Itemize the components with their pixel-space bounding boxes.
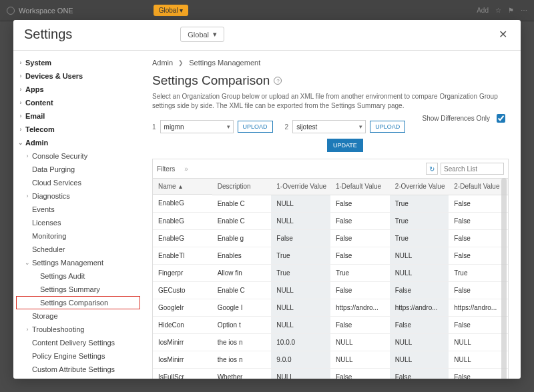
table-row[interactable]: IosMinirrthe ios n9.0.0NULLNULLNULL: [153, 351, 508, 368]
table-cell: False: [449, 247, 508, 264]
table-cell: False: [390, 281, 449, 299]
table-cell: IsFullScr: [153, 368, 212, 379]
table-cell: IosMinirr: [153, 333, 212, 351]
filters-label[interactable]: Filters: [157, 165, 175, 173]
sidebar-item-label: Admin: [25, 139, 48, 147]
sidebar-item-content-delivery-settings[interactable]: Content Delivery Settings: [16, 336, 140, 349]
table-cell: Allow fin: [212, 264, 272, 281]
org-scope-selector[interactable]: Global ▾: [180, 27, 224, 42]
sidebar-item-telecom[interactable]: ›Telecom: [16, 123, 140, 136]
upload-1-button[interactable]: UPLOAD: [238, 121, 273, 133]
sidebar-item-troubleshooting[interactable]: ›Troubleshooting: [16, 323, 140, 336]
table-cell: False: [449, 195, 508, 212]
table-row[interactable]: EnableTlEnablesTrueFalseNULLFalse: [153, 247, 508, 264]
table-cell: 9.0.0: [271, 351, 330, 368]
sidebar-item-label: Telecom: [25, 125, 55, 133]
bg-flag-icon[interactable]: ⚑: [508, 7, 514, 14]
table-cell: True: [390, 195, 449, 212]
sidebar-item-label: Settings Audit: [40, 272, 85, 280]
bg-more-icon[interactable]: ⋯: [521, 7, 527, 14]
sidebar-item-scheduler[interactable]: Scheduler: [16, 243, 140, 256]
table-cell: https://andro...: [330, 299, 390, 316]
sidebar-item-monitoring[interactable]: Monitoring: [16, 229, 140, 243]
sidebar-item-label: Monitoring: [32, 232, 66, 240]
picker-group-2: 2 sijotest UPLOAD: [285, 120, 406, 133]
vertical-scrollbar[interactable]: [501, 178, 507, 379]
sidebar-item-admin[interactable]: ⌄Admin: [16, 136, 140, 149]
table-cell: Enable g: [212, 229, 272, 247]
caret-icon: ›: [16, 59, 25, 66]
sidebar-item-storage[interactable]: Storage: [16, 309, 140, 323]
sidebar-item-settings-audit[interactable]: Settings Audit: [16, 269, 140, 283]
col-header[interactable]: 2-Default Value: [449, 179, 508, 195]
sidebar-item-data-purging[interactable]: Data Purging: [16, 163, 140, 176]
table-row[interactable]: EnableGEnable CNULLFalseTrueFalse: [153, 195, 508, 212]
close-icon[interactable]: ✕: [499, 28, 507, 41]
table-cell: False: [390, 316, 449, 333]
sidebar-item-settings-management[interactable]: ⌄Settings Management: [16, 256, 140, 269]
breadcrumb-item[interactable]: Admin: [152, 59, 173, 67]
show-differences-toggle[interactable]: Show Differences Only: [422, 112, 507, 125]
picker-2-select[interactable]: sijotest: [292, 120, 366, 133]
table-row[interactable]: EnableGEnable gFalseFalseTrueFalse: [153, 229, 508, 247]
table-row[interactable]: GECustoEnable CNULLFalseFalseFalse: [153, 281, 508, 299]
col-header[interactable]: Description: [212, 179, 272, 195]
table-cell: NULL: [271, 281, 330, 299]
sidebar-item-policy-engine-settings[interactable]: Policy Engine Settings: [16, 349, 140, 363]
grid-search-input[interactable]: [441, 163, 504, 175]
picker-2-label: 2: [285, 123, 289, 131]
table-row[interactable]: HideConOption tNULLFalseFalseFalse: [153, 316, 508, 333]
caret-icon: ›: [16, 113, 25, 119]
table-row[interactable]: IosMinirrthe ios n10.0.0NULLNULLNULL: [153, 333, 508, 351]
caret-icon: ›: [16, 73, 25, 79]
show-differences-checkbox[interactable]: [497, 114, 505, 123]
table-cell: True: [271, 264, 330, 281]
table-cell: NULL: [271, 299, 330, 316]
settings-content: Admin ❯ Settings Management Settings Com…: [140, 51, 521, 379]
sidebar-item-email[interactable]: ›Email: [16, 109, 140, 123]
sidebar-item-custom-attribute-settings[interactable]: Custom Attribute Settings: [16, 363, 140, 376]
sidebar-item-label: Cloud Services: [32, 179, 81, 187]
table-cell: False: [330, 281, 390, 299]
picker-1-select[interactable]: migmn: [160, 120, 234, 133]
sidebar-item-label: Settings Management: [32, 259, 103, 267]
col-header[interactable]: 2-Override Value: [390, 179, 449, 195]
col-header[interactable]: 1-Default Value: [330, 179, 390, 195]
bg-link-add[interactable]: Add: [477, 7, 489, 14]
sidebar-item-events[interactable]: Events: [16, 203, 140, 216]
sidebar-item-diagnostics[interactable]: ›Diagnostics: [16, 189, 140, 203]
sidebar-item-apps[interactable]: ›Apps: [16, 83, 140, 96]
col-header[interactable]: Name ▴: [153, 179, 212, 195]
sidebar-item-label: Storage: [32, 312, 58, 320]
table-cell: Google I: [212, 299, 272, 316]
table-row[interactable]: EnableGEnable CNULLFalseTrueFalse: [153, 212, 508, 229]
chevron-right-icon: ❯: [178, 59, 184, 66]
sidebar-item-devices-users[interactable]: ›Devices & Users: [16, 69, 140, 83]
breadcrumb-item[interactable]: Settings Management: [189, 59, 260, 67]
bg-star-icon[interactable]: ☆: [495, 7, 501, 14]
sidebar-item-settings-comparison[interactable]: Settings Comparison: [16, 296, 140, 309]
background-scope-pill[interactable]: Global ▾: [154, 5, 189, 16]
settings-sidebar[interactable]: ›System›Devices & Users›Apps›Content›Ema…: [13, 51, 140, 379]
sidebar-item-licenses[interactable]: Licenses: [16, 216, 140, 229]
table-row[interactable]: IsFullScrWhetherNULLFalseFalseFalse: [153, 368, 508, 379]
refresh-icon[interactable]: ↻: [426, 163, 438, 175]
table-cell: False: [390, 368, 449, 379]
upload-2-button[interactable]: UPLOAD: [370, 121, 405, 133]
table-row[interactable]: GoogleIrGoogle INULLhttps://andro...http…: [153, 299, 508, 316]
sidebar-item-product-provisioning[interactable]: Product Provisioning: [16, 376, 140, 379]
help-icon[interactable]: ?: [274, 77, 282, 85]
table-cell: https://andro...: [390, 299, 449, 316]
col-header[interactable]: 1-Override Value: [271, 179, 330, 195]
sidebar-item-system[interactable]: ›System: [16, 56, 140, 69]
sidebar-item-cloud-services[interactable]: Cloud Services: [16, 176, 140, 189]
sidebar-item-settings-summary[interactable]: Settings Summary: [16, 283, 140, 296]
expand-filters-icon[interactable]: »: [184, 165, 188, 173]
table-row[interactable]: FingerprAllow finTrueTrueNULLTrue: [153, 264, 508, 281]
sidebar-item-content[interactable]: ›Content: [16, 96, 140, 109]
update-button[interactable]: UPDATE: [327, 139, 363, 152]
sidebar-item-console-security[interactable]: ›Console Security: [16, 149, 140, 163]
sidebar-item-label: Policy Engine Settings: [32, 352, 105, 360]
table-cell: NULL: [271, 316, 330, 333]
sidebar-item-label: Apps: [25, 85, 44, 93]
